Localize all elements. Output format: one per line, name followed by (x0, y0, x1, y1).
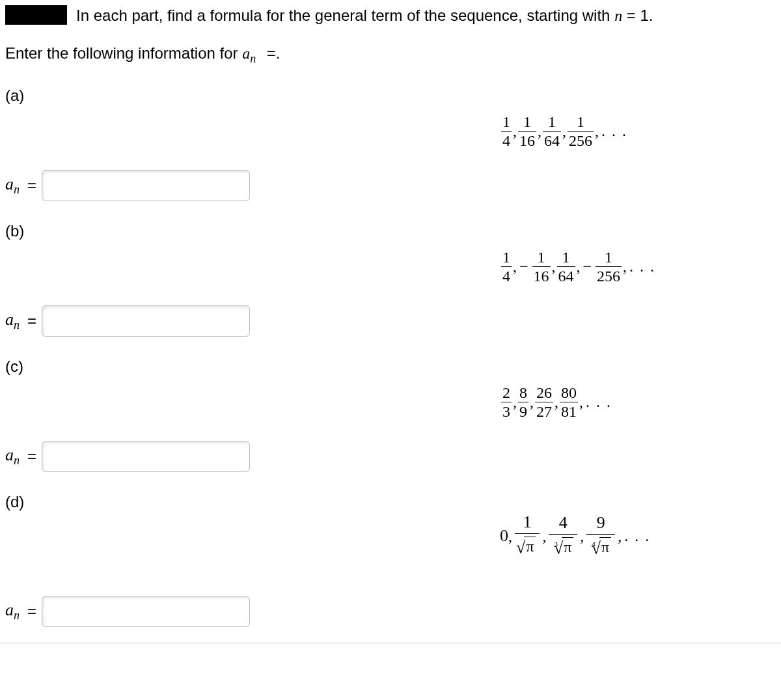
instructions-text: In each part, find a formula for the gen… (76, 5, 653, 26)
instructions-tail: = 1. (622, 7, 653, 24)
sep: , (542, 527, 546, 545)
var-n: n (614, 7, 622, 24)
seq-a-term-4: 1256 (568, 114, 594, 148)
an-symbol-inline: an (242, 45, 256, 62)
part-a-label: (a) (5, 87, 776, 105)
sequence-d: 0, 1 √π , 4 3√π , 9 4√π , . . . (500, 514, 650, 559)
sep: , (513, 393, 517, 411)
sep: , (513, 122, 517, 140)
sep: , (555, 393, 558, 411)
part-a-input-row: an = (5, 170, 776, 201)
minus-sign: − (581, 258, 595, 275)
seq-a-term-3: 164 (543, 114, 561, 148)
part-b-label: (b) (5, 222, 776, 240)
enter-suffix: =. (262, 44, 280, 62)
part-b-sequence-block: 14, −116, 164, −1256, . . . (5, 249, 776, 288)
an-label-c: an (5, 445, 20, 468)
dots: . . . (627, 258, 655, 275)
sequence-a: 14, 116, 164, 1256, . . . (500, 114, 627, 148)
dots: . . . (599, 122, 627, 140)
cbrt-icon: 3√π (553, 537, 573, 557)
enter-line: Enter the following information for an =… (5, 44, 776, 66)
part-d-input-row: an = (5, 596, 776, 627)
minus-sign: − (517, 258, 531, 275)
seq-a-term-2: 116 (518, 114, 536, 148)
seq-b-term-2: 116 (532, 249, 551, 284)
seq-b-term-1: 14 (501, 249, 512, 284)
seq-a-term-1: 14 (501, 114, 512, 148)
sqrt-icon: √π (519, 537, 536, 556)
header-row: In each part, find a formula for the gen… (5, 5, 776, 26)
answer-input-c[interactable] (42, 441, 250, 472)
sequence-c: 23, 89, 2627, 8081, . . . (500, 385, 612, 419)
seq-d-term-1: 1 √π (515, 514, 540, 559)
part-c-sequence-block: 23, 89, 2627, 8081, . . . (5, 385, 776, 424)
eq-sign: = (27, 312, 36, 330)
sep: , (552, 258, 556, 275)
redacted-block (5, 5, 67, 25)
seq-c-term-3: 2627 (535, 385, 553, 419)
part-a-sequence-block: 14, 116, 164, 1256, . . . (5, 114, 776, 153)
an-label-b: an (5, 310, 20, 332)
an-label-a: an (5, 175, 20, 197)
part-c-input-row: an = (5, 441, 776, 472)
sep: , (508, 527, 512, 545)
seq-c-term-4: 8081 (560, 385, 578, 419)
seq-d-leading: 0 (500, 526, 508, 546)
sequence-b: 14, −116, 164, −1256, . . . (500, 249, 655, 284)
seq-c-term-2: 89 (518, 385, 528, 419)
eq-sign: = (27, 602, 36, 621)
instructions-main: In each part, find a formula for the gen… (76, 7, 614, 24)
answer-input-d[interactable] (42, 596, 250, 627)
sep: , (538, 122, 541, 140)
dots: . . . (583, 393, 612, 411)
eq-sign: = (27, 176, 36, 195)
part-c-label: (c) (5, 357, 776, 376)
part-d-label: (d) (5, 493, 776, 511)
dots: . . . (622, 527, 650, 545)
seq-d-term-3: 9 4√π (586, 514, 615, 558)
seq-b-term-4: 1256 (596, 249, 622, 284)
enter-prefix: Enter the following information for (5, 44, 242, 62)
an-label-d: an (5, 600, 20, 623)
fourthroot-icon: 4√π (590, 537, 611, 557)
seq-c-term-1: 23 (501, 385, 512, 419)
eq-sign: = (27, 447, 36, 466)
sep: , (580, 527, 584, 545)
answer-input-a[interactable] (42, 170, 250, 201)
seq-b-term-3: 164 (557, 249, 575, 284)
seq-d-term-2: 4 3√π (549, 514, 577, 558)
problem-container: In each part, find a formula for the gen… (0, 0, 781, 643)
part-b-input-row: an = (5, 305, 776, 337)
answer-input-b[interactable] (42, 305, 250, 337)
sep: , (562, 122, 566, 140)
sep: , (530, 393, 534, 411)
part-d-sequence-block: 0, 1 √π , 4 3√π , 9 4√π , . . . (5, 520, 776, 579)
